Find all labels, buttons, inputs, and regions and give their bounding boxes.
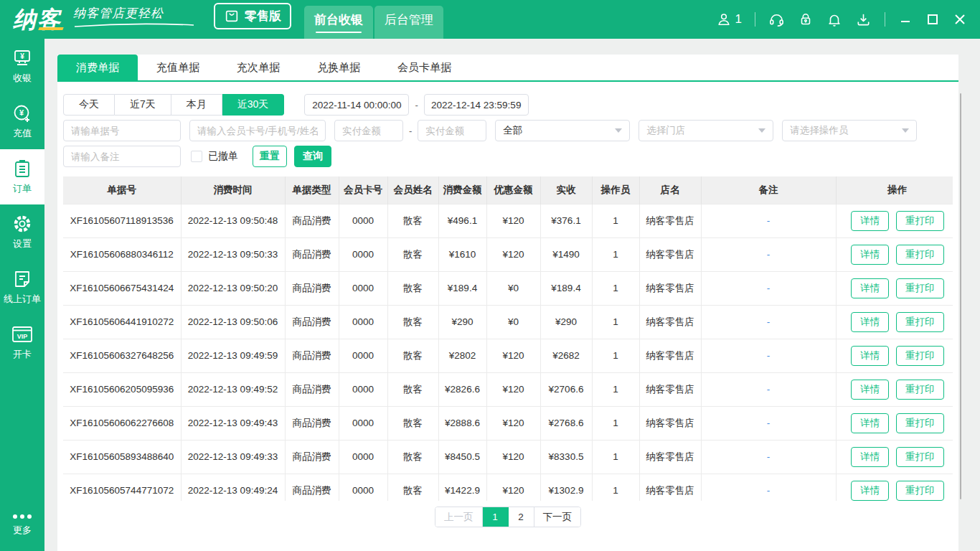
tab-back-management[interactable]: 后台管理 bbox=[374, 6, 443, 39]
quick-date-30days[interactable]: 近30天 bbox=[222, 94, 285, 116]
cell-member-name: 散客 bbox=[387, 305, 438, 339]
operator-select[interactable]: 请选择操作员 bbox=[782, 120, 917, 141]
table-row: XF16105605893488640 2022-12-13 09:49:33 … bbox=[63, 440, 953, 474]
user-count-indicator[interactable]: 1 bbox=[716, 11, 742, 27]
cell-type: 商品消费 bbox=[285, 440, 339, 474]
cell-member-name: 散客 bbox=[387, 271, 438, 305]
cell-amount: ¥2826.6 bbox=[438, 372, 486, 406]
download-icon[interactable] bbox=[855, 11, 872, 28]
cell-order-no: XF16105606880346112 bbox=[63, 237, 181, 271]
sidebar-item-settings[interactable]: 设置 bbox=[0, 204, 44, 260]
reprint-button[interactable]: 重打印 bbox=[896, 447, 944, 467]
cell-card: 0000 bbox=[339, 237, 387, 271]
reprint-button[interactable]: 重打印 bbox=[896, 481, 944, 501]
reprint-button[interactable]: 重打印 bbox=[896, 245, 944, 265]
cell-remark: - bbox=[701, 204, 836, 237]
col-store: 店名 bbox=[639, 176, 701, 204]
sidebar-item-more[interactable]: 更多 bbox=[0, 504, 44, 545]
cell-remark: - bbox=[701, 237, 836, 271]
store-select[interactable]: 选择门店 bbox=[639, 120, 773, 141]
prev-page-button[interactable]: 上一页 bbox=[435, 507, 483, 527]
detail-button[interactable]: 详情 bbox=[851, 447, 889, 467]
cell-amount: ¥189.4 bbox=[438, 271, 486, 305]
cell-type: 商品消费 bbox=[285, 271, 339, 305]
sidebar: ¥ 收银 ¥ 充值 订单 设置 线上订单 VIP 开卡 更多 bbox=[0, 39, 44, 551]
window-minimize-button[interactable] bbox=[898, 12, 913, 27]
quick-date-today[interactable]: 今天 bbox=[63, 94, 115, 116]
tab-recharge-orders[interactable]: 充值单据 bbox=[138, 55, 218, 80]
cell-actions: 详情 重打印 bbox=[836, 474, 953, 501]
settings-gear-icon bbox=[12, 214, 32, 234]
page-button-1[interactable]: 1 bbox=[483, 507, 509, 527]
cell-discount: ¥120 bbox=[486, 372, 540, 406]
reset-button[interactable]: 重置 bbox=[253, 146, 287, 167]
detail-button[interactable]: 详情 bbox=[851, 380, 889, 400]
vertical-scrollbar[interactable] bbox=[960, 93, 961, 499]
quick-date-7days[interactable]: 近7天 bbox=[115, 94, 171, 116]
cell-member-name: 散客 bbox=[387, 237, 438, 271]
tab-exchange-orders[interactable]: 兑换单据 bbox=[298, 55, 379, 80]
cell-amount: ¥290 bbox=[438, 305, 486, 339]
page-button-2[interactable]: 2 bbox=[509, 507, 534, 527]
tab-consume-orders[interactable]: 消费单据 bbox=[57, 55, 138, 80]
window-maximize-button[interactable] bbox=[925, 12, 940, 27]
window-close-button[interactable] bbox=[953, 12, 967, 27]
col-remark: 备注 bbox=[701, 176, 836, 204]
cell-actions: 详情 重打印 bbox=[836, 372, 953, 406]
reprint-button[interactable]: 重打印 bbox=[896, 413, 944, 433]
detail-button[interactable]: 详情 bbox=[851, 211, 889, 231]
cancelled-checkbox[interactable] bbox=[191, 151, 202, 162]
cell-remark: - bbox=[701, 372, 836, 406]
support-headset-icon[interactable] bbox=[768, 11, 785, 28]
cell-operator: 1 bbox=[592, 440, 639, 474]
tab-front-cashier[interactable]: 前台收银 bbox=[304, 6, 373, 39]
detail-button[interactable]: 详情 bbox=[851, 278, 889, 298]
cell-remark: - bbox=[701, 271, 836, 305]
query-button[interactable]: 查询 bbox=[294, 146, 331, 167]
tab-member-card-orders[interactable]: 会员卡单据 bbox=[379, 55, 470, 80]
filter-row-actions: 已撤单 重置 查询 bbox=[63, 146, 953, 167]
detail-button[interactable]: 详情 bbox=[851, 312, 889, 332]
sidebar-item-open-card[interactable]: VIP 开卡 bbox=[0, 315, 44, 370]
cell-amount: ¥2802 bbox=[438, 339, 486, 372]
table-row: XF16105606675431424 2022-12-13 09:50:20 … bbox=[63, 271, 953, 305]
sidebar-item-cashier[interactable]: ¥ 收银 bbox=[0, 39, 44, 94]
detail-button[interactable]: 详情 bbox=[851, 481, 889, 501]
divider bbox=[755, 12, 755, 27]
table-row: XF16105606062276608 2022-12-13 09:49:43 … bbox=[63, 406, 953, 440]
reprint-button[interactable]: 重打印 bbox=[896, 346, 944, 366]
cell-card: 0000 bbox=[339, 440, 387, 474]
sidebar-item-recharge[interactable]: ¥ 充值 bbox=[0, 94, 44, 149]
member-search-input[interactable] bbox=[189, 120, 326, 141]
order-no-input[interactable] bbox=[63, 120, 181, 141]
tab-times-orders[interactable]: 充次单据 bbox=[218, 55, 298, 80]
date-to-input[interactable] bbox=[424, 94, 529, 116]
cell-card: 0000 bbox=[339, 339, 387, 372]
type-select[interactable]: 全部 bbox=[495, 120, 630, 141]
detail-button[interactable]: 详情 bbox=[851, 245, 889, 265]
cancelled-label[interactable]: 已撤单 bbox=[208, 150, 238, 163]
lock-icon[interactable] bbox=[798, 11, 814, 27]
cell-member-name: 散客 bbox=[387, 372, 438, 406]
amount-max-input[interactable] bbox=[418, 120, 486, 141]
reprint-button[interactable]: 重打印 bbox=[896, 278, 944, 298]
sidebar-item-online-orders[interactable]: 线上订单 bbox=[0, 260, 44, 315]
quick-date-month[interactable]: 本月 bbox=[171, 94, 222, 116]
cell-type: 商品消费 bbox=[285, 406, 339, 440]
reprint-button[interactable]: 重打印 bbox=[896, 312, 944, 332]
bell-icon[interactable] bbox=[826, 11, 842, 27]
sidebar-item-orders[interactable]: 订单 bbox=[0, 149, 44, 204]
cell-order-no: XF16105606441910272 bbox=[63, 305, 181, 339]
cell-discount: ¥120 bbox=[486, 440, 540, 474]
date-from-input[interactable] bbox=[304, 94, 409, 116]
amount-min-input[interactable] bbox=[334, 120, 403, 141]
detail-button[interactable]: 详情 bbox=[851, 413, 889, 433]
detail-button[interactable]: 详情 bbox=[851, 346, 889, 366]
remark-input[interactable] bbox=[63, 146, 181, 167]
chevron-down-icon bbox=[758, 128, 765, 133]
cell-remark: - bbox=[701, 440, 836, 474]
next-page-button[interactable]: 下一页 bbox=[534, 507, 581, 527]
table-row: XF16105607118913536 2022-12-13 09:50:48 … bbox=[63, 204, 953, 237]
reprint-button[interactable]: 重打印 bbox=[896, 380, 944, 400]
reprint-button[interactable]: 重打印 bbox=[896, 211, 944, 231]
